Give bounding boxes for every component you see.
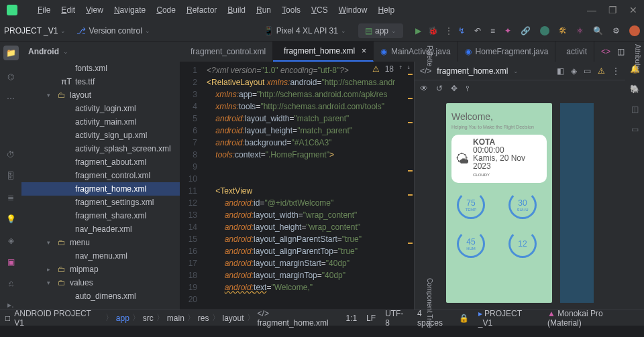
git-icon[interactable]: ⎌ — [9, 279, 13, 288]
menu-vcs[interactable]: VCS — [311, 5, 328, 15]
box-icon[interactable]: ▣ — [7, 257, 15, 267]
view-mode-icon[interactable]: ◧ — [557, 66, 564, 76]
tree-item-activity-main-xml[interactable]: activity_main.xml — [21, 115, 180, 129]
db-icon[interactable]: 🗄 — [7, 172, 15, 181]
tree-item-values[interactable]: ▾🗀values — [21, 276, 180, 289]
atom-icon[interactable]: ⚛ — [576, 26, 584, 36]
status-project[interactable]: ▸ PROJECT _V1 — [478, 309, 538, 328]
pan-icon[interactable]: ✥ — [451, 84, 458, 93]
terminal-icon[interactable]: ▸. — [7, 300, 13, 310]
tab-fragment-home-xml[interactable]: fragment_home.xml× — [273, 42, 374, 62]
blueprint-render[interactable] — [560, 103, 594, 303]
emulator-icon[interactable]: 🐘 — [630, 84, 640, 94]
layers-icon[interactable]: ≣ — [7, 193, 14, 202]
close-icon[interactable]: ✕ — [629, 5, 637, 15]
link-icon[interactable]: 🔗 — [521, 26, 531, 36]
menu-build[interactable]: Build — [227, 5, 246, 15]
layout-inspector-icon[interactable]: ◫ — [631, 105, 639, 114]
debug-button[interactable]: 🐞 — [428, 26, 438, 36]
menu-tools[interactable]: Tools — [282, 5, 301, 15]
preview-file[interactable]: fragment_home.xml — [437, 66, 508, 76]
preview-more-icon[interactable]: ⋮ — [612, 66, 620, 76]
menu-help[interactable]: Help — [378, 5, 394, 15]
tree-item-activity-sign-up-xml[interactable]: activity_sign_up.xml — [21, 129, 180, 142]
magnet-icon[interactable]: ⫯ — [466, 84, 470, 93]
menu-code[interactable]: Code — [156, 5, 176, 15]
split-view-icon[interactable]: ◫ — [617, 47, 625, 56]
ai-icon[interactable]: ✦ — [504, 26, 511, 36]
device-render[interactable]: Welcome, Helping You to Make the Right D… — [446, 103, 552, 303]
device-selector[interactable]: 📱Pixel 4 XL API 31⌄ — [264, 26, 346, 36]
run-button[interactable]: ▶ — [415, 26, 421, 36]
run-config[interactable]: ▤app⌄ — [358, 23, 403, 38]
more-button[interactable]: ⋮ — [445, 26, 453, 36]
menu-run[interactable]: Run — [256, 5, 271, 15]
project-selector[interactable]: PROJECT _V1⌄ — [4, 26, 66, 36]
settings-icon[interactable]: ⚙ — [612, 26, 620, 36]
tree-item-activity-splash-screen-xml[interactable]: activity_splash_screen.xml — [21, 142, 180, 155]
tree-item-nav-header-xml[interactable]: nav_header.xml — [21, 222, 180, 236]
tree-item-auto-dimens-xml[interactable]: auto_dimens.xml — [21, 289, 180, 303]
tree-item-fragment-share-xml[interactable]: fragment_share.xml — [21, 209, 180, 222]
tree-item-mipmap[interactable]: ▸🗀mipmap — [21, 263, 180, 276]
tree-item-fragment-settings-xml[interactable]: fragment_settings.xml — [21, 196, 180, 209]
tools-icon[interactable]: 🛠 — [559, 26, 567, 36]
refresh-icon[interactable]: ↺ — [436, 84, 443, 93]
tab-activit[interactable]: activit — [555, 42, 594, 62]
user-avatar[interactable] — [629, 25, 640, 36]
code-editor[interactable]: 1234567891011121314151617181920 <?xml ve… — [180, 62, 414, 310]
preview-warn-icon[interactable]: ⚠ — [598, 66, 605, 76]
tab-HomeFragment-java[interactable]: ◉HomeFragment.java — [458, 42, 556, 62]
more-tool-icon[interactable]: ⋯ — [7, 94, 15, 103]
tree-title[interactable]: Android — [28, 47, 59, 56]
vcs-widget[interactable]: ⎇Version control⌄ — [76, 26, 150, 36]
breadcrumb[interactable]: ANDROID PROJECT V1〉app〉src〉main〉res〉layo… — [14, 309, 341, 328]
tree-item-fragment-about-xml[interactable]: fragment_about.xml — [21, 155, 180, 169]
component-tree-tab[interactable]: Component Tree — [426, 278, 433, 328]
tree-item-menu[interactable]: ▾🗀menu — [21, 236, 180, 249]
structure-tool-icon[interactable]: ⌬ — [7, 72, 14, 82]
menu-navigate[interactable]: Navigate — [114, 5, 146, 15]
tree-item-tes-ttf[interactable]: πTtes.ttf — [21, 75, 180, 88]
avatar-icon[interactable] — [540, 26, 549, 36]
tree-item-activity-login-xml[interactable]: activity_login.xml — [21, 102, 180, 115]
device-manager-icon[interactable]: ▭ — [631, 125, 639, 134]
line-ending[interactable]: LF — [366, 314, 376, 323]
palette-tab[interactable]: Palette — [426, 46, 433, 66]
layers-icon[interactable]: ◈ — [571, 66, 577, 76]
tree-item-nav-menu-xml[interactable]: nav_menu.xml — [21, 249, 180, 263]
attributes-tab[interactable]: Attributes — [634, 44, 641, 72]
eye-icon[interactable]: 👁 — [420, 84, 428, 93]
code-view-icon[interactable]: <> — [601, 47, 610, 56]
theme[interactable]: ▲ Monokai Pro (Material) — [547, 309, 639, 328]
tree-item-fragment-control-xml[interactable]: fragment_control.xml — [21, 169, 180, 182]
menu-view[interactable]: View — [86, 5, 103, 15]
menu-window[interactable]: Window — [339, 5, 368, 15]
undo-icon[interactable]: ↶ — [474, 26, 481, 36]
restore-icon[interactable]: ❐ — [608, 5, 617, 15]
menu-edit[interactable]: Edit — [61, 5, 75, 15]
speed-icon[interactable]: ⏱ — [7, 150, 15, 159]
caret-pos[interactable]: 1:1 — [345, 314, 357, 323]
tree-item-layout[interactable]: ▾🗀layout — [21, 88, 180, 102]
close-tab-icon[interactable]: × — [362, 46, 366, 56]
readonly-icon[interactable]: 🔒 — [459, 314, 469, 323]
menu-file[interactable]: File — [38, 5, 50, 15]
tree-item-fonts-xml[interactable]: fonts.xml — [21, 62, 180, 75]
prev-highlight-icon[interactable]: ꜛ — [399, 64, 402, 74]
project-tool-icon[interactable]: 📁 — [3, 46, 19, 60]
sync-icon[interactable]: ↯ — [458, 26, 465, 36]
tab-fragment-control-xml[interactable]: fragment_control.xml — [180, 42, 273, 62]
nav-bar-icon[interactable]: □ — [5, 314, 10, 323]
next-highlight-icon[interactable]: ꜜ — [407, 64, 410, 74]
tree-item-fragment-home-xml[interactable]: fragment_home.xml — [21, 182, 180, 196]
device-icon[interactable]: ▭ — [584, 66, 591, 76]
format-icon[interactable]: ≡ — [490, 26, 495, 36]
menu-refactor[interactable]: Refactor — [186, 5, 217, 15]
bulb-icon[interactable]: 💡 — [6, 214, 16, 224]
diamond-icon[interactable]: ◈ — [8, 236, 14, 245]
search-icon[interactable]: 🔍 — [593, 26, 603, 36]
tab-MainActivity-java[interactable]: ◉MainActivity.java — [374, 42, 458, 62]
warning-icon[interactable]: ⚠ — [372, 64, 380, 74]
encoding[interactable]: UTF-8 — [385, 309, 408, 328]
